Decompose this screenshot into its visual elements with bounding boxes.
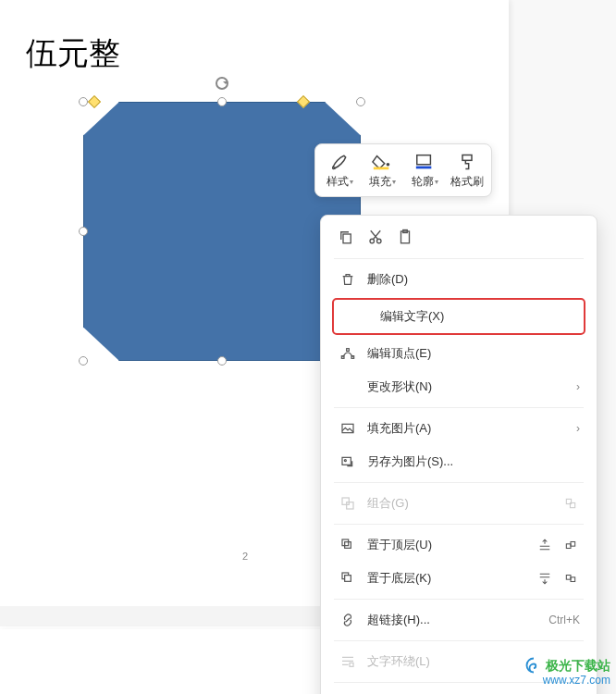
send-back-all-icon[interactable] <box>561 570 580 587</box>
menu-send-back[interactable]: 置于底层(K) <box>321 562 597 595</box>
svg-rect-12 <box>347 349 350 352</box>
menu-label: 另存为图片(S)... <box>367 453 453 470</box>
menu-delete[interactable]: 删除(D) <box>321 263 597 296</box>
chevron-right-icon: › <box>576 422 580 435</box>
menu-label: 填充图片(A) <box>367 420 431 437</box>
outline-icon <box>414 152 435 172</box>
svg-point-15 <box>344 460 346 462</box>
paste-button[interactable] <box>397 229 413 245</box>
context-menu: 删除(D) 编辑文字(X) 编辑顶点(E) 更改形状(N) › 填充图片(A) … <box>320 215 598 694</box>
svg-rect-2 <box>417 155 431 165</box>
svg-rect-22 <box>566 544 571 549</box>
bring-forward-icon[interactable] <box>536 537 554 553</box>
watermark: 极光下载站 www.xz7.com <box>525 657 610 688</box>
save-picture-icon <box>338 454 358 469</box>
menu-save-as-picture[interactable]: 另存为图片(S)... <box>321 445 597 478</box>
menu-group: 组合(G) <box>321 487 597 520</box>
svg-rect-23 <box>571 542 575 547</box>
menu-label: 置于底层(K) <box>367 570 431 587</box>
resize-handle[interactable] <box>356 97 365 106</box>
watermark-logo: 极光下载站 <box>525 657 610 674</box>
menu-label: 删除(D) <box>367 271 408 288</box>
picture-icon <box>338 421 358 436</box>
svg-rect-20 <box>345 542 351 549</box>
svg-rect-3 <box>416 167 432 169</box>
send-back-icon <box>338 571 358 586</box>
separator <box>334 482 584 483</box>
svg-rect-16 <box>342 498 349 504</box>
resize-handle[interactable] <box>79 97 88 106</box>
outline-label: 轮廓 <box>412 175 434 189</box>
bucket-icon <box>372 152 392 172</box>
brush-icon <box>330 152 349 172</box>
format-painter-label: 格式刷 <box>450 175 484 189</box>
bring-front-icon <box>338 538 358 552</box>
fill-button[interactable]: 填充▾ <box>362 150 402 191</box>
text-wrap-icon <box>338 654 358 669</box>
separator <box>334 524 584 525</box>
svg-rect-26 <box>571 577 575 582</box>
separator <box>334 258 584 259</box>
menu-hyperlink[interactable]: 超链接(H)... Ctrl+K <box>321 603 597 637</box>
separator <box>334 407 584 408</box>
shortcut-text: Ctrl+K <box>548 613 580 626</box>
copy-button[interactable] <box>338 229 354 245</box>
link-icon <box>338 613 358 627</box>
svg-rect-25 <box>345 576 351 582</box>
resize-handle[interactable] <box>217 356 227 366</box>
menu-fill-picture[interactable]: 填充图片(A) › <box>321 412 597 445</box>
bring-front-all-icon[interactable] <box>561 537 580 553</box>
highlight-box: 编辑文字(X) <box>332 298 585 335</box>
resize-handle[interactable] <box>79 227 88 236</box>
adjust-handle-icon[interactable] <box>88 95 101 108</box>
rotate-handle-icon[interactable] <box>216 77 228 90</box>
menu-bring-front[interactable]: 置于顶层(U) <box>321 528 597 562</box>
edit-points-icon <box>338 346 358 361</box>
svg-point-6 <box>370 239 375 243</box>
send-backward-icon[interactable] <box>536 570 554 587</box>
outline-button[interactable]: 轮廓▾ <box>404 150 445 191</box>
svg-rect-1 <box>374 167 389 170</box>
mini-toolbar: 样式▾ 填充▾ 轮廓▾ 格式刷 <box>314 143 492 197</box>
menu-label: 更改形状(N) <box>367 378 432 395</box>
menu-edit-text[interactable]: 编辑文字(X) <box>334 300 584 333</box>
style-button[interactable]: 样式▾ <box>319 150 360 191</box>
svg-rect-28 <box>350 663 353 666</box>
watermark-line2: www.xz7.com <box>525 674 610 688</box>
chevron-right-icon: › <box>576 380 580 393</box>
format-painter-button[interactable]: 格式刷 <box>447 150 487 191</box>
svg-point-0 <box>387 163 390 167</box>
chevron-down-icon: ▾ <box>350 178 353 186</box>
menu-label: 置于顶层(U) <box>367 537 432 553</box>
svg-point-7 <box>377 239 382 243</box>
group-sub-icon <box>561 495 580 512</box>
menu-edit-points[interactable]: 编辑顶点(E) <box>321 337 597 370</box>
clipboard-row <box>321 221 597 254</box>
watermark-line1: 极光下载站 <box>546 657 610 674</box>
svg-rect-5 <box>343 234 351 243</box>
group-icon <box>338 496 358 511</box>
style-label: 样式 <box>326 175 349 189</box>
chevron-down-icon: ▾ <box>435 178 438 186</box>
separator <box>334 640 584 641</box>
trash-icon <box>338 272 358 287</box>
menu-change-shape[interactable]: 更改形状(N) › <box>321 370 597 403</box>
swirl-icon <box>525 657 542 674</box>
menu-label: 超链接(H)... <box>367 612 430 628</box>
format-painter-icon <box>458 152 476 172</box>
menu-label: 编辑顶点(E) <box>367 345 431 362</box>
separator <box>334 599 584 600</box>
page-number: 2 <box>242 551 248 562</box>
octagon-shape[interactable] <box>83 102 361 361</box>
svg-rect-4 <box>462 155 472 161</box>
fill-label: 填充 <box>369 175 391 189</box>
heading-text: 伍元整 <box>26 32 120 75</box>
cut-button[interactable] <box>367 229 384 245</box>
svg-rect-17 <box>347 502 353 509</box>
menu-label: 文字环绕(L) <box>367 653 430 670</box>
menu-label: 组合(G) <box>367 495 409 512</box>
resize-handle[interactable] <box>217 97 227 106</box>
svg-rect-13 <box>342 424 353 432</box>
menu-label: 编辑文字(X) <box>380 308 444 325</box>
resize-handle[interactable] <box>79 356 88 366</box>
